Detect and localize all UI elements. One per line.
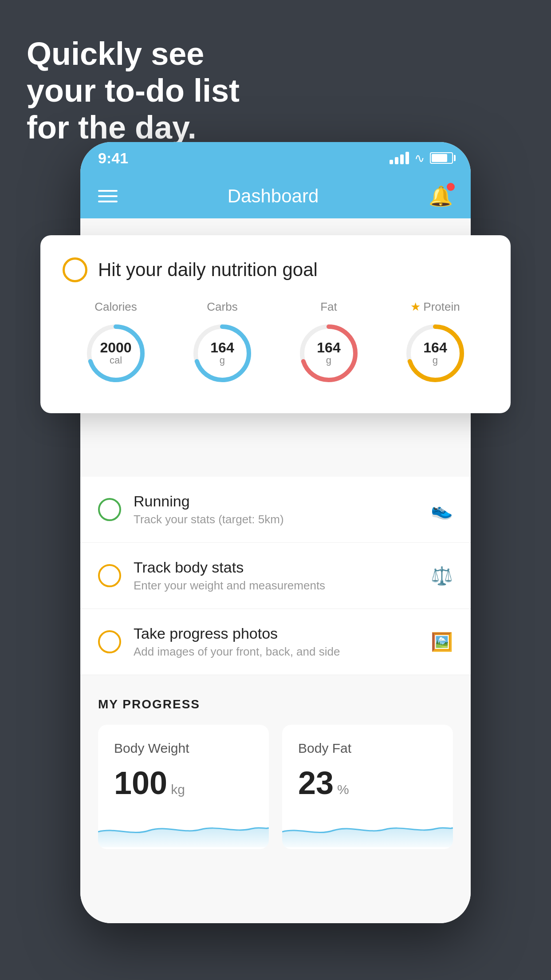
nutrition-calories: Calories 2000 cal <box>83 300 149 387</box>
ring-value: 164 <box>210 340 234 355</box>
progress-section: MY PROGRESS Body Weight 100 kg <box>80 675 471 867</box>
ring-fat: 164 g <box>295 320 362 387</box>
notification-dot <box>447 183 455 191</box>
todo-list: Running Track your stats (target: 5km) 👟… <box>80 477 471 675</box>
todo-subtitle: Add images of your front, back, and side <box>134 645 431 659</box>
status-time: 9:41 <box>98 150 128 167</box>
todo-subtitle: Track your stats (target: 5km) <box>134 513 431 526</box>
headline: Quickly see your to-do list for the day. <box>27 36 240 146</box>
todo-title: Track body stats <box>134 559 431 576</box>
ring-text: 164 g <box>423 340 447 366</box>
nutrition-circles: Calories 2000 cal Carbs 164 g <box>63 300 488 387</box>
nav-title: Dashboard <box>228 186 319 207</box>
nutrition-protein: ★ Protein 164 g <box>402 300 468 387</box>
progress-header: MY PROGRESS <box>98 697 453 711</box>
nutrition-label-calories: Calories <box>94 300 137 314</box>
todo-text: Running Track your stats (target: 5km) <box>134 493 431 526</box>
ring-calories: 2000 cal <box>83 320 149 387</box>
todo-title: Running <box>134 493 431 510</box>
wave-chart <box>98 812 269 847</box>
progress-cards: Body Weight 100 kg <box>98 725 453 849</box>
nutrition-label-carbs: Carbs <box>207 300 237 314</box>
nutrition-label-fat: Fat <box>320 300 337 314</box>
ring-unit: g <box>317 355 340 366</box>
ring-unit: g <box>423 355 447 366</box>
nutrition-label-protein: ★ Protein <box>410 300 460 314</box>
ring-value: 164 <box>423 340 447 355</box>
hamburger-line <box>98 201 118 202</box>
card-title-row: Hit your daily nutrition goal <box>63 257 488 282</box>
todo-title: Take progress photos <box>134 625 431 642</box>
todo-circle <box>98 498 121 521</box>
ring-text: 2000 cal <box>100 340 131 366</box>
progress-card-title: Body Weight <box>114 741 253 756</box>
todo-circle <box>98 630 121 653</box>
wifi-icon: ∿ <box>414 151 425 166</box>
ring-value: 2000 <box>100 340 131 355</box>
progress-unit: % <box>337 782 349 797</box>
nutrition-carbs: Carbs 164 g <box>189 300 256 387</box>
card-title: Hit your daily nutrition goal <box>98 259 318 281</box>
notification-bell-button[interactable]: 🔔 <box>429 185 453 208</box>
nav-bar: Dashboard 🔔 <box>80 174 471 218</box>
task-circle-check <box>63 257 87 282</box>
ring-carbs: 164 g <box>189 320 256 387</box>
todo-item[interactable]: Take progress photos Add images of your … <box>80 609 471 675</box>
todo-icon: 🖼️ <box>431 632 453 652</box>
todo-text: Track body stats Enter your weight and m… <box>134 559 431 593</box>
todo-text: Take progress photos Add images of your … <box>134 625 431 659</box>
todo-item[interactable]: Running Track your stats (target: 5km) 👟 <box>80 477 471 543</box>
progress-unit: kg <box>171 782 185 797</box>
status-icons: ∿ <box>390 151 453 166</box>
nutrition-fat: Fat 164 g <box>295 300 362 387</box>
progress-card-title: Body Fat <box>298 741 437 756</box>
progress-value-row: 23 % <box>298 765 437 801</box>
hamburger-line <box>98 195 118 197</box>
ring-unit: g <box>210 355 234 366</box>
hamburger-line <box>98 190 118 192</box>
progress-card-0[interactable]: Body Weight 100 kg <box>98 725 269 849</box>
todo-subtitle: Enter your weight and measurements <box>134 579 431 593</box>
ring-value: 164 <box>317 340 340 355</box>
ring-text: 164 g <box>317 340 340 366</box>
ring-text: 164 g <box>210 340 234 366</box>
status-bar: 9:41 ∿ <box>80 142 471 174</box>
progress-value: 100 <box>114 765 167 801</box>
todo-icon: 👟 <box>431 499 453 520</box>
wave-chart <box>282 812 453 847</box>
progress-value: 23 <box>298 765 334 801</box>
ring-protein: 164 g <box>402 320 468 387</box>
ring-unit: cal <box>100 355 131 366</box>
hamburger-menu-button[interactable] <box>98 190 118 202</box>
todo-circle <box>98 564 121 587</box>
battery-icon <box>430 152 453 164</box>
nutrition-card[interactable]: Hit your daily nutrition goal Calories 2… <box>40 235 511 413</box>
todo-icon: ⚖️ <box>431 565 453 586</box>
progress-value-row: 100 kg <box>114 765 253 801</box>
signal-icon <box>390 152 409 164</box>
todo-item[interactable]: Track body stats Enter your weight and m… <box>80 543 471 609</box>
progress-card-1[interactable]: Body Fat 23 % <box>282 725 453 849</box>
star-icon: ★ <box>410 300 421 314</box>
